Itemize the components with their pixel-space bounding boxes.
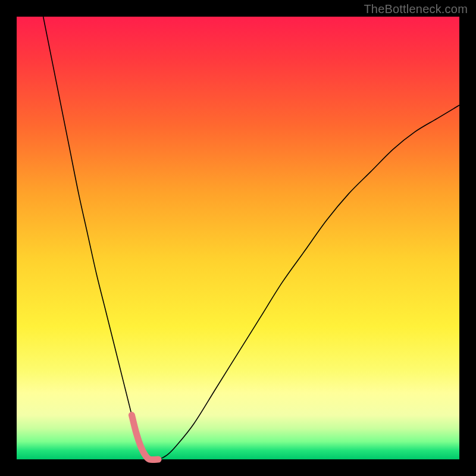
bottleneck-curve-svg — [17, 17, 459, 459]
watermark-text: TheBottleneck.com — [364, 2, 468, 16]
bottleneck-curve-path — [43, 17, 459, 460]
chart-plot-area — [17, 17, 459, 459]
bottleneck-curve-highlight — [131, 415, 158, 460]
